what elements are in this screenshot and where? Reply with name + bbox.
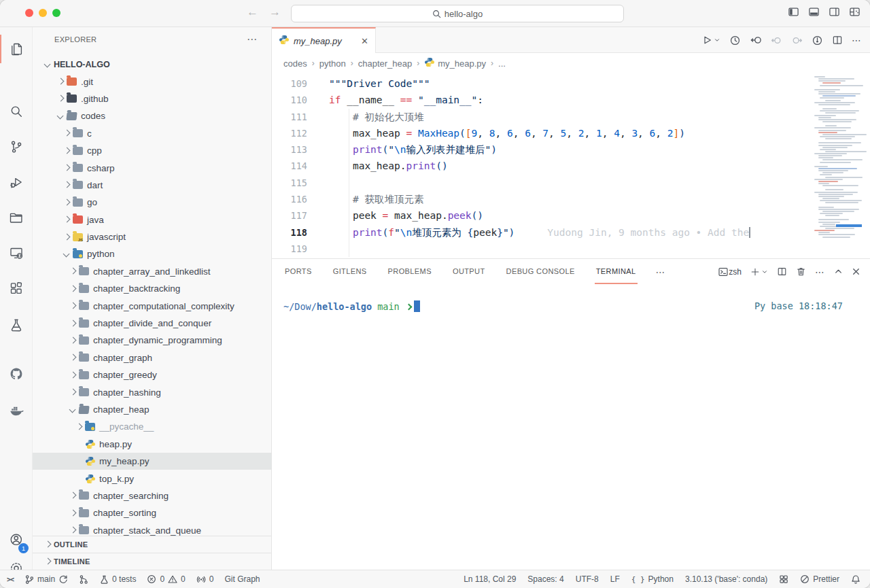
activity-extensions[interactable]: [0, 272, 33, 305]
chevron-right-icon[interactable]: [67, 318, 79, 329]
breadcrumb-my_heappy[interactable]: my_heap.py: [424, 57, 486, 69]
status-line-col[interactable]: Ln 118, Col 29: [464, 574, 516, 584]
new-terminal-button[interactable]: [750, 267, 768, 277]
tree-item-cpp[interactable]: cpp: [33, 142, 271, 159]
activity-explorer[interactable]: [0, 33, 33, 65]
chevron-right-icon[interactable]: [61, 232, 73, 243]
tree-item-chapter_hashing[interactable]: chapter_hashing: [33, 383, 271, 400]
code-line-115[interactable]: 115: [272, 175, 870, 191]
status-indentation[interactable]: Spaces: 4: [527, 574, 563, 584]
activity-accounts[interactable]: 1: [0, 523, 33, 556]
close-panel-icon[interactable]: [852, 267, 860, 276]
chevron-right-icon[interactable]: [67, 266, 79, 277]
tree-item-chapter_dynamic_programming[interactable]: chapter_dynamic_programming: [33, 332, 271, 349]
breadcrumb-chapter_heap[interactable]: chapter_heap: [358, 58, 413, 69]
status-branch[interactable]: main: [24, 574, 68, 585]
tree-item-dart[interactable]: dart: [33, 177, 271, 194]
status-ports[interactable]: 0: [196, 574, 214, 584]
tree-item-hello-algo[interactable]: HELLO-ALGO: [33, 56, 271, 73]
breadcrumb-python[interactable]: python: [319, 58, 346, 69]
panel-more-actions-icon[interactable]: ⋯: [815, 266, 825, 277]
next-change-icon[interactable]: [791, 35, 803, 46]
history-icon[interactable]: [729, 35, 741, 46]
explorer-actions-icon[interactable]: ⋯: [247, 33, 258, 46]
toggle-primary-sidebar-icon[interactable]: [788, 6, 799, 18]
code-line-110[interactable]: 110if __name__ == "__main__":: [272, 92, 870, 108]
minimize-window-button[interactable]: [39, 9, 47, 17]
tree-item-chapter_heap[interactable]: chapter_heap: [33, 401, 271, 418]
status-formatter[interactable]: Prettier: [800, 574, 839, 584]
status-eol[interactable]: LF: [610, 574, 620, 584]
breadcrumb-[interactable]: ...: [498, 58, 506, 69]
tree-item-javascript[interactable]: javascript: [33, 228, 271, 245]
chevron-right-icon[interactable]: [55, 76, 67, 87]
chevron-down-icon[interactable]: [61, 249, 73, 260]
command-center-search[interactable]: hello-algo: [291, 5, 624, 22]
tree-item-__pycache__[interactable]: __pycache__: [33, 418, 271, 435]
panel-tab-debug-console[interactable]: DEBUG CONSOLE: [505, 259, 576, 284]
chevron-right-icon[interactable]: [67, 300, 79, 311]
panel-tab-gitlens[interactable]: GITLENS: [332, 259, 368, 284]
activity-testing[interactable]: [0, 309, 33, 341]
chevron-right-icon[interactable]: [61, 128, 73, 139]
status-extension-grid[interactable]: [779, 574, 788, 584]
code-line-116[interactable]: 116 # 获取堆顶元素: [272, 191, 870, 207]
tree-item-top_kpy[interactable]: top_k.py: [33, 470, 271, 487]
activity-search[interactable]: [0, 95, 33, 128]
chevron-right-icon[interactable]: [61, 162, 73, 173]
chevron-right-icon[interactable]: [67, 283, 79, 294]
chevron-right-icon[interactable]: [67, 525, 79, 536]
status-interpreter[interactable]: 3.10.13 ('base': conda): [685, 574, 767, 584]
code-line-113[interactable]: 113 print("\n输入列表并建堆后"): [272, 141, 870, 158]
close-tab-icon[interactable]: ✕: [361, 36, 368, 46]
status-problems[interactable]: 0 0: [147, 574, 185, 584]
panel-tab-problems[interactable]: PROBLEMS: [387, 259, 433, 284]
tree-item-codes[interactable]: codes: [33, 107, 271, 124]
activity-remote-explorer[interactable]: [0, 237, 33, 269]
timeline-section[interactable]: TIMELINE: [33, 553, 271, 570]
tree-item-chapter_greedy[interactable]: chapter_greedy: [33, 366, 271, 383]
terminal[interactable]: ~/Dow/hello-algo main Py base 18:18:47: [272, 284, 870, 570]
code-line-114[interactable]: 114 max_heap.print(): [272, 158, 870, 174]
chevron-right-icon[interactable]: [61, 197, 73, 208]
split-terminal-icon[interactable]: [777, 266, 787, 277]
status-git-graph-label[interactable]: Git Graph: [224, 574, 260, 584]
status-tests[interactable]: 0 tests: [99, 574, 136, 585]
chevron-right-icon[interactable]: [61, 179, 73, 190]
chevron-right-icon[interactable]: [67, 490, 79, 501]
tree-item-heappy[interactable]: heap.py: [33, 436, 271, 453]
tree-item-git[interactable]: .git: [33, 73, 271, 90]
code-line-117[interactable]: 117 peek = max_heap.peek(): [272, 207, 870, 224]
chevron-right-icon[interactable]: [61, 214, 73, 225]
status-git-graph-icon-button[interactable]: [79, 574, 88, 585]
tree-item-my_heappy[interactable]: my_heap.py: [33, 453, 271, 470]
gitlens-graph-icon[interactable]: [812, 35, 823, 46]
tree-item-csharp[interactable]: csharp: [33, 159, 271, 176]
remote-indicator[interactable]: ><: [7, 576, 14, 583]
code-line-111[interactable]: 111 # 初始化大顶堆: [272, 109, 870, 125]
activity-run-debug[interactable]: [0, 166, 33, 198]
toggle-secondary-sidebar-icon[interactable]: [829, 6, 840, 18]
status-language[interactable]: { } Python: [631, 574, 674, 584]
panel-tab-terminal[interactable]: TERMINAL: [595, 259, 638, 284]
tree-item-python[interactable]: python: [33, 245, 271, 262]
activity-source-control[interactable]: [0, 131, 33, 163]
tree-item-go[interactable]: go: [33, 194, 271, 211]
tree-item-chapter_sorting[interactable]: chapter_sorting: [33, 504, 271, 521]
tree-item-chapter_computational_complexity[interactable]: chapter_computational_complexity: [33, 297, 271, 314]
previous-change-icon[interactable]: [771, 35, 782, 46]
code-line-112[interactable]: 112 max_heap = MaxHeap([9, 8, 6, 6, 7, 5…: [272, 125, 870, 141]
chevron-right-icon[interactable]: [61, 145, 73, 156]
run-python-file-button[interactable]: [701, 35, 720, 46]
chevron-right-icon[interactable]: [67, 508, 79, 519]
more-actions-icon[interactable]: ⋯: [852, 35, 862, 46]
panel-tab-ports[interactable]: PORTS: [283, 259, 313, 284]
chevron-down-icon[interactable]: [55, 111, 67, 122]
code-line-119[interactable]: 119: [272, 241, 870, 257]
minimap[interactable]: [809, 73, 870, 258]
back-arrow-icon[interactable]: ←: [247, 5, 258, 19]
open-changes-icon[interactable]: [750, 34, 762, 46]
close-window-button[interactable]: [25, 9, 33, 17]
chevron-right-icon[interactable]: [67, 370, 79, 381]
tree-item-java[interactable]: java: [33, 211, 271, 228]
